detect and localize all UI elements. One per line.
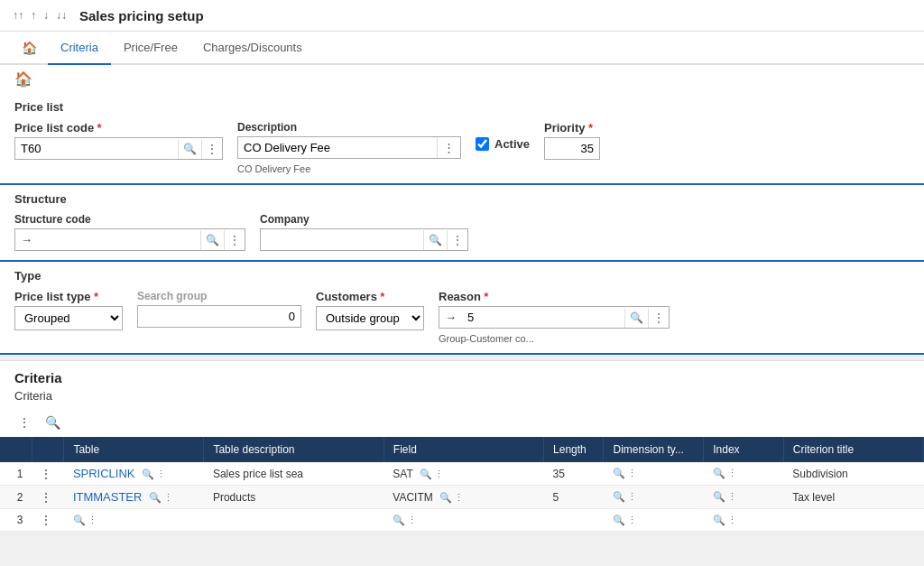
row-1-dimtype-search-icon[interactable]: 🔍	[613, 468, 625, 479]
row-2-more-icon[interactable]: ⋮	[163, 492, 173, 504]
reason-hint: Group-Customer co...	[439, 333, 670, 344]
pricelist-code-input[interactable]	[15, 138, 178, 159]
structure-code-label: Structure code	[14, 213, 245, 226]
search-group-field[interactable]	[137, 305, 301, 328]
structure-row: Structure code → 🔍 ⋮ Company	[14, 213, 910, 251]
pricelist-type-group: Price list type * Grouped Individual All…	[14, 290, 123, 330]
priority-label: Priority *	[544, 121, 600, 135]
tab-price-free[interactable]: Price/Free	[111, 32, 190, 63]
arrow-first[interactable]: ↑↑	[11, 7, 25, 23]
search-group-group: Search group	[137, 290, 301, 328]
row-3-drag: ⋮	[32, 509, 63, 532]
pricelist-code-group: Price list code * 🔍 ⋮	[14, 121, 223, 160]
th-drag	[32, 437, 63, 462]
company-label: Company	[260, 213, 468, 226]
th-dim-type: Dimension ty...	[604, 437, 704, 462]
row-1-index: 🔍 ⋮	[704, 462, 784, 486]
customers-group: Customers * Outside group Inside group A…	[316, 290, 424, 330]
criteria-more-btn[interactable]: ⋮	[14, 413, 34, 431]
row-3-more-icon[interactable]: ⋮	[88, 515, 97, 526]
row-3-index-more-icon[interactable]: ⋮	[727, 515, 737, 526]
row-3-search-icon[interactable]: 🔍	[73, 515, 86, 526]
search-group-label: Search group	[137, 290, 301, 302]
row-1-more-icon[interactable]: ⋮	[156, 469, 166, 480]
pricelist-code-search-icon[interactable]: 🔍	[178, 139, 201, 159]
company-group: Company 🔍 ⋮	[260, 213, 468, 251]
row-2-field-search-icon[interactable]: 🔍	[439, 492, 452, 504]
pricelist-code-more-icon[interactable]: ⋮	[201, 139, 222, 159]
row-2-field-icons: 🔍 ⋮	[439, 492, 464, 504]
row-3-dimtype-search-icon[interactable]: 🔍	[613, 515, 625, 526]
table-row: 1 ⋮ SPRICLINK 🔍 ⋮ Sales price list sea S…	[0, 462, 924, 486]
row-1-dimtype-more-icon[interactable]: ⋮	[627, 468, 637, 479]
table-row: 2 ⋮ ITMMASTER 🔍 ⋮ Products VACITM	[0, 486, 924, 509]
criteria-title: Criteria	[14, 370, 62, 385]
criteria-search-btn[interactable]: 🔍	[42, 413, 64, 431]
row-3-index-search-icon[interactable]: 🔍	[713, 515, 725, 526]
row-3-table: 🔍 ⋮	[64, 509, 204, 532]
company-search-icon[interactable]: 🔍	[423, 230, 447, 250]
row-2-table-link[interactable]: ITMMASTER	[73, 490, 143, 504]
row-1-field-more-icon[interactable]: ⋮	[434, 469, 444, 480]
search-group-input[interactable]	[138, 306, 300, 327]
arrow-last[interactable]: ↓↓	[54, 7, 69, 23]
row-1-index-more-icon[interactable]: ⋮	[727, 468, 737, 479]
structure-code-search-icon[interactable]: 🔍	[200, 230, 224, 250]
row-1-field-icons: 🔍 ⋮	[420, 469, 444, 480]
tab-bar: 🏠 Criteria Price/Free Charges/Discounts	[0, 32, 924, 65]
row-1-drag: ⋮	[32, 462, 63, 486]
pricelist-type-select[interactable]: Grouped Individual All customers	[14, 306, 123, 330]
structure-code-input[interactable]	[38, 229, 200, 250]
row-1-table-link[interactable]: SPRICLINK	[73, 467, 135, 480]
priority-field[interactable]	[544, 137, 600, 160]
company-more-icon[interactable]: ⋮	[447, 230, 467, 250]
row-2-dimtype-more-icon[interactable]: ⋮	[627, 491, 637, 503]
row-2-dimtype: 🔍 ⋮	[604, 486, 704, 509]
page-title: Sales pricing setup	[79, 8, 204, 23]
reason-more-icon[interactable]: ⋮	[648, 308, 669, 328]
row-2-dimtype-search-icon[interactable]: 🔍	[613, 491, 625, 503]
pricelist-desc-more-icon[interactable]: ⋮	[437, 137, 460, 158]
row-3-table-desc	[204, 509, 383, 532]
row-3-field-more-icon[interactable]: ⋮	[407, 515, 417, 526]
row-1-field-search-icon[interactable]: 🔍	[420, 469, 432, 480]
row-1-table: SPRICLINK 🔍 ⋮	[64, 462, 204, 486]
company-input[interactable]	[261, 229, 423, 250]
reason-field[interactable]: → 🔍 ⋮	[439, 306, 670, 329]
customers-label: Customers *	[316, 290, 424, 303]
reason-input[interactable]	[462, 307, 624, 328]
active-label: Active	[494, 137, 530, 151]
row-1-num: 1	[0, 462, 32, 486]
pricelist-desc-input[interactable]	[238, 137, 437, 158]
pricelist-desc-field[interactable]: ⋮	[237, 136, 461, 159]
priority-group: Priority *	[544, 121, 600, 160]
row-2-field: VACITM 🔍 ⋮	[383, 486, 543, 509]
tab-charges[interactable]: Charges/Discounts	[190, 32, 315, 63]
active-checkbox[interactable]	[476, 137, 489, 151]
customers-select[interactable]: Outside group Inside group All	[316, 306, 424, 330]
row-3-field-search-icon[interactable]: 🔍	[393, 515, 405, 526]
company-field[interactable]: 🔍 ⋮	[260, 228, 468, 251]
row-2-index-search-icon[interactable]: 🔍	[713, 491, 725, 503]
tab-criteria[interactable]: Criteria	[48, 32, 111, 63]
arrow-down[interactable]: ↓	[42, 7, 51, 23]
row-3-dimtype-more-icon[interactable]: ⋮	[627, 515, 637, 526]
row-2-field-more-icon[interactable]: ⋮	[454, 492, 464, 504]
row-2-index-more-icon[interactable]: ⋮	[727, 491, 737, 503]
app-container: ↑↑ ↑ ↓ ↓↓ Sales pricing setup 🏠 Criteria…	[0, 0, 924, 566]
structure-code-field[interactable]: → 🔍 ⋮	[14, 228, 245, 251]
criteria-header: Criteria	[0, 361, 924, 389]
structure-code-more-icon[interactable]: ⋮	[224, 230, 245, 250]
toolbar-arrows: ↑↑ ↑ ↓ ↓↓	[11, 7, 69, 23]
row-1-index-search-icon[interactable]: 🔍	[713, 468, 725, 479]
priority-input[interactable]	[545, 138, 599, 159]
row-1-search-icon[interactable]: 🔍	[142, 469, 154, 480]
row-2-length: 5	[544, 486, 604, 509]
row-2-search-icon[interactable]: 🔍	[149, 492, 162, 504]
reason-search-icon[interactable]: 🔍	[624, 308, 648, 328]
arrow-up[interactable]: ↑	[29, 7, 38, 23]
pricelist-code-field[interactable]: 🔍 ⋮	[14, 137, 223, 160]
table-row: 3 ⋮ 🔍 ⋮ 🔍 ⋮	[0, 509, 924, 532]
th-table-desc: Table description	[204, 437, 383, 462]
tab-home[interactable]: 🏠	[11, 33, 48, 62]
